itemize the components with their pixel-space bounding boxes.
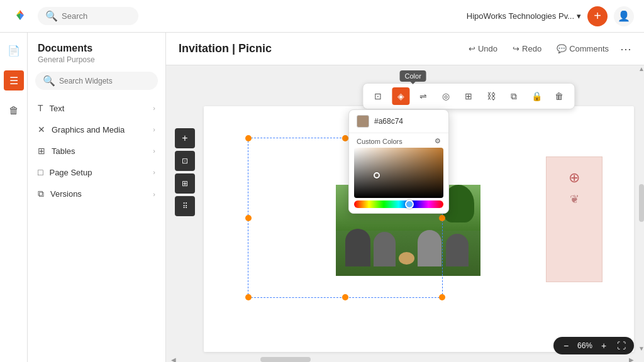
layers-tool-button[interactable]: ⧉: [505, 87, 523, 105]
sidebar-search-box[interactable]: 🔍: [35, 72, 158, 90]
undo-button[interactable]: ↩ Undo: [465, 41, 501, 56]
flip-tool-button[interactable]: ⇌: [414, 87, 432, 105]
comment-icon: 💬: [557, 44, 567, 53]
main-layout: 📄 ☰ 🗑 Documents General Purpose 🔍 T Text…: [0, 33, 644, 362]
handle-tl[interactable]: [245, 135, 252, 141]
icon-rail: 📄 ☰ 🗑: [0, 33, 28, 362]
scroll-down-icon[interactable]: ▼: [638, 345, 644, 352]
handle-bl[interactable]: [245, 294, 252, 300]
chevron-right-icon-2: ›: [153, 126, 155, 133]
float-table-button[interactable]: ⊞: [175, 173, 195, 194]
topbar-right: HipoWorks Technologies Pv... ▾ + 👤: [467, 6, 634, 26]
document-title: Invitation | Picnic: [179, 42, 460, 55]
chevron-right-icon-5: ›: [153, 190, 155, 198]
handle-mb[interactable]: [342, 294, 348, 300]
sidebar-item-text[interactable]: T Text ›: [28, 97, 165, 119]
zoom-in-button[interactable]: +: [597, 339, 610, 352]
cp-gradient-cursor: [374, 172, 380, 178]
comments-label: Comments: [569, 44, 609, 53]
sidebar-item-page-setup[interactable]: □ Page Setup ›: [28, 162, 165, 183]
person-3: [418, 230, 441, 266]
chevron-down-icon: ▾: [577, 11, 581, 21]
pink-card: ⊕ ❦: [546, 156, 602, 282]
sidebar-item-label-page: Page Setup: [49, 168, 147, 177]
person-2: [374, 232, 396, 266]
link-tool-button[interactable]: ⛓: [482, 87, 500, 105]
opacity-tool-button[interactable]: ◎: [437, 87, 455, 105]
sidebar-item-tables[interactable]: ⊞ Tables ›: [28, 140, 165, 162]
handle-mt[interactable]: [342, 135, 348, 141]
chevron-right-icon-3: ›: [153, 147, 155, 155]
toolbar-actions: ↩ Undo ↪ Redo 💬 Comments ⋯: [465, 41, 631, 56]
delete-tool-button[interactable]: 🗑: [550, 87, 568, 105]
scroll-horizontal[interactable]: ▶ ◀: [166, 357, 639, 362]
rail-icon-trash[interactable]: 🗑: [4, 101, 24, 121]
scroll-right-icon[interactable]: ▶: [629, 356, 634, 363]
redo-label: Redo: [522, 44, 541, 53]
zoom-expand-button[interactable]: ⛶: [615, 339, 628, 352]
person-4: [446, 234, 469, 266]
versions-icon: ⧉: [38, 189, 44, 199]
handle-br[interactable]: [439, 294, 445, 300]
scroll-vertical[interactable]: ▲ ▼: [639, 65, 644, 362]
sidebar-search-input[interactable]: [59, 77, 150, 85]
tables-icon: ⊞: [38, 146, 45, 156]
float-grid-button[interactable]: ⊡: [175, 151, 195, 171]
sidebar-item-label-graphics: Graphics and Media: [52, 125, 147, 134]
color-tooltip: Color: [400, 70, 426, 82]
redo-button[interactable]: ↪ Redo: [509, 41, 545, 56]
crop-tool-button[interactable]: ⊡: [369, 87, 387, 105]
element-toolbar: ⊡ ◈ ⇌ ◎ ⊞ ⛓ ⧉ 🔒 🗑: [362, 83, 575, 109]
scroll-left-icon[interactable]: ◀: [171, 356, 176, 363]
cp-hue-slider[interactable]: [354, 200, 443, 208]
handle-ml[interactable]: [245, 215, 252, 221]
color-tool-button[interactable]: ◈: [392, 87, 409, 105]
float-dots-button[interactable]: ⠿: [175, 196, 195, 216]
account-button[interactable]: 👤: [614, 6, 634, 26]
add-new-button[interactable]: +: [587, 6, 608, 26]
lock-tool-button[interactable]: 🔒: [528, 87, 545, 105]
topbar-search-box[interactable]: 🔍: [38, 7, 138, 25]
custom-colors-label: Custom Colors: [357, 138, 402, 145]
scroll-h-thumb[interactable]: [260, 357, 311, 362]
topbar-search-input[interactable]: [62, 11, 131, 21]
company-name: HipoWorks Technologies Pv...: [467, 11, 574, 21]
more-options-icon[interactable]: ⋯: [620, 42, 631, 56]
color-picker-popup: #a68c74 Custom Colors ⚙: [348, 109, 449, 214]
rail-icon-sidebar[interactable]: ☰: [4, 70, 24, 90]
cp-gear-icon[interactable]: ⚙: [435, 137, 441, 145]
sidebar: Documents General Purpose 🔍 T Text › ✕ G…: [28, 33, 166, 362]
sidebar-item-versions[interactable]: ⧉ Versions ›: [28, 183, 165, 205]
search-icon: 🔍: [45, 10, 58, 22]
chevron-right-icon-4: ›: [153, 168, 155, 176]
sidebar-title: Documents: [28, 43, 165, 55]
editor-area: Color ⊡ ◈ ⇌ ◎ ⊞ ⛓ ⧉ 🔒 🗑 + ⊡ ⊞ ⠿: [166, 65, 644, 362]
content-area: Invitation | Picnic ↩ Undo ↪ Redo 💬 Comm…: [166, 33, 644, 362]
chevron-right-icon: ›: [153, 104, 155, 112]
cp-header: #a68c74: [349, 110, 448, 133]
card-decoration-2: ❦: [570, 192, 579, 206]
cp-gradient-area[interactable]: [354, 148, 443, 198]
person-1: [345, 229, 370, 266]
rail-icon-file[interactable]: 📄: [4, 40, 24, 60]
grid-tool-button[interactable]: ⊞: [460, 87, 477, 105]
topbar: 🔍 HipoWorks Technologies Pv... ▾ + 👤: [0, 0, 644, 33]
zoom-out-button[interactable]: −: [560, 339, 572, 352]
doc-toolbar: Invitation | Picnic ↩ Undo ↪ Redo 💬 Comm…: [166, 33, 644, 65]
sidebar-item-graphics[interactable]: ✕ Graphics and Media ›: [28, 119, 165, 140]
company-selector[interactable]: HipoWorks Technologies Pv... ▾: [467, 11, 581, 21]
float-add-button[interactable]: +: [175, 128, 195, 148]
logo[interactable]: [10, 6, 30, 26]
color-swatch[interactable]: [357, 115, 369, 128]
scroll-v-thumb[interactable]: [639, 184, 644, 222]
cp-hex-value[interactable]: #a68c74: [374, 117, 403, 126]
cp-hue-cursor: [405, 200, 414, 209]
sidebar-item-label-versions: Versions: [50, 189, 147, 199]
undo-label: Undo: [478, 44, 497, 53]
zoom-value: 66%: [577, 341, 592, 350]
comments-button[interactable]: 💬 Comments: [553, 41, 613, 56]
page-setup-icon: □: [38, 167, 43, 177]
scroll-up-icon[interactable]: ▲: [638, 65, 644, 72]
sidebar-subtitle: General Purpose: [28, 55, 165, 72]
float-panel: + ⊡ ⊞ ⠿: [175, 128, 195, 216]
